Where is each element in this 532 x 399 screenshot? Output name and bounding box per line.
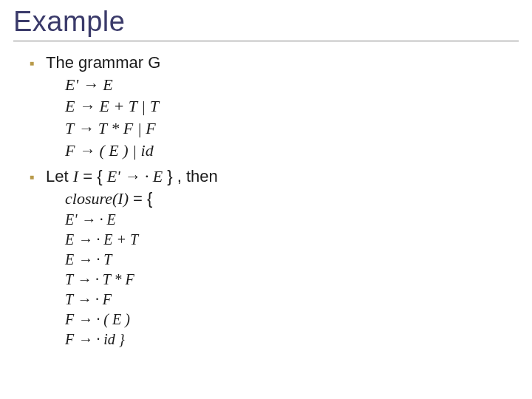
bullet-body: Let I = { E' → · E } , then closure(I) =… bbox=[46, 166, 519, 349]
square-bullet-icon: ■ bbox=[30, 172, 34, 183]
text: closure bbox=[65, 189, 112, 208]
closure-item: F → · id } bbox=[46, 330, 519, 349]
text: = { bbox=[78, 167, 107, 185]
grammar-rule: E' → E bbox=[46, 74, 519, 96]
closure-item: E' → · E bbox=[46, 210, 519, 230]
square-bullet-icon: ■ bbox=[30, 58, 34, 69]
grammar-rule: E → E + T | T bbox=[46, 95, 519, 117]
slide-content: ■ The grammar G E' → E E → E + T | T T →… bbox=[13, 52, 519, 349]
text: } , then bbox=[163, 167, 218, 185]
bullet-body: The grammar G E' → E E → E + T | T T → T… bbox=[46, 52, 519, 161]
text: (I) bbox=[112, 189, 129, 208]
bullet-item: ■ The grammar G E' → E E → E + T | T T →… bbox=[30, 52, 519, 161]
text: E' → · E bbox=[107, 167, 163, 185]
closure-item: T → · F bbox=[46, 290, 519, 310]
slide: Example ■ The grammar G E' → E E → E + T… bbox=[0, 0, 532, 399]
text: Let bbox=[46, 167, 73, 185]
closure-item: E → · T bbox=[46, 250, 519, 270]
grammar-lead: The grammar G bbox=[46, 52, 519, 74]
closure-eq: closure(I) = { bbox=[46, 188, 519, 210]
grammar-rule: T → T * F | F bbox=[46, 117, 519, 140]
text: = { bbox=[129, 189, 152, 208]
text: I bbox=[73, 167, 78, 185]
closure-item: F → · ( E ) bbox=[46, 310, 519, 330]
closure-item: E → · E + T bbox=[46, 230, 519, 250]
closure-lead: Let I = { E' → · E } , then bbox=[46, 166, 519, 188]
closure-item: T → · T * F bbox=[46, 270, 519, 290]
grammar-rule: F → ( E ) | id bbox=[46, 140, 519, 162]
bullet-item: ■ Let I = { E' → · E } , then closure(I)… bbox=[30, 166, 519, 349]
slide-title: Example bbox=[13, 6, 519, 41]
